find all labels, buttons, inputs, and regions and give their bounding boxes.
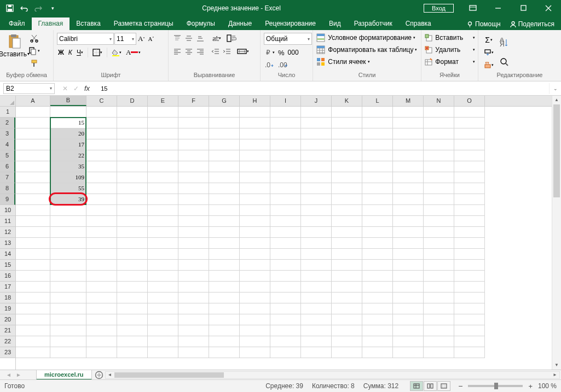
cell[interactable] bbox=[240, 303, 270, 314]
decrease-font-icon[interactable]: A˅ bbox=[147, 33, 155, 44]
cell[interactable] bbox=[16, 161, 50, 172]
cell[interactable] bbox=[209, 161, 240, 172]
cell[interactable] bbox=[240, 336, 270, 347]
cell[interactable] bbox=[117, 292, 148, 303]
cell[interactable] bbox=[301, 194, 332, 205]
row-header[interactable]: 3 bbox=[0, 128, 15, 139]
cell[interactable] bbox=[178, 325, 209, 336]
underline-button[interactable]: Ч▾ bbox=[76, 47, 84, 58]
tab-вставка[interactable]: Вставка bbox=[70, 17, 107, 30]
cell[interactable] bbox=[332, 118, 362, 128]
cell[interactable] bbox=[178, 227, 209, 238]
cell[interactable] bbox=[117, 314, 148, 325]
cell[interactable] bbox=[117, 161, 148, 172]
cell[interactable] bbox=[393, 194, 424, 205]
row-header[interactable]: 22 bbox=[0, 336, 15, 347]
row-header[interactable]: 1 bbox=[0, 107, 15, 118]
column-header[interactable]: F bbox=[178, 96, 209, 106]
cell[interactable] bbox=[240, 216, 270, 227]
cell[interactable] bbox=[117, 227, 148, 238]
cell[interactable] bbox=[332, 292, 362, 303]
cell[interactable] bbox=[209, 325, 240, 336]
row-header[interactable]: 15 bbox=[0, 260, 15, 271]
cell[interactable] bbox=[16, 271, 50, 282]
cell[interactable] bbox=[424, 292, 454, 303]
cell[interactable] bbox=[270, 238, 301, 249]
cell[interactable] bbox=[209, 292, 240, 303]
number-format-combo[interactable]: Общий▾ bbox=[264, 33, 312, 45]
cell[interactable] bbox=[454, 347, 485, 358]
font-name-combo[interactable]: Calibri▾ bbox=[57, 33, 114, 45]
cell[interactable] bbox=[209, 128, 240, 139]
zoom-in-icon[interactable]: + bbox=[526, 382, 535, 390]
column-header[interactable]: G bbox=[209, 96, 240, 106]
cell[interactable] bbox=[16, 292, 50, 303]
cell[interactable] bbox=[332, 216, 362, 227]
cell[interactable] bbox=[424, 150, 454, 161]
cell[interactable] bbox=[270, 249, 301, 260]
cell[interactable] bbox=[50, 303, 86, 314]
cell[interactable] bbox=[301, 227, 332, 238]
orientation-icon[interactable]: ab▾ bbox=[210, 33, 222, 44]
cell[interactable] bbox=[301, 347, 332, 358]
cell[interactable] bbox=[209, 347, 240, 358]
cell[interactable] bbox=[362, 118, 393, 128]
cell[interactable] bbox=[393, 161, 424, 172]
horizontal-scrollbar[interactable]: ◄ ► bbox=[105, 371, 560, 379]
cell[interactable] bbox=[454, 303, 485, 314]
cell[interactable]: 20 bbox=[50, 128, 86, 139]
cell[interactable] bbox=[16, 118, 50, 128]
cell[interactable] bbox=[270, 128, 301, 139]
cell[interactable] bbox=[86, 260, 117, 271]
cell[interactable] bbox=[178, 282, 209, 292]
increase-decimal-icon[interactable]: .0 bbox=[264, 60, 276, 71]
cell[interactable] bbox=[332, 172, 362, 183]
align-right-icon[interactable] bbox=[195, 46, 206, 57]
cell[interactable] bbox=[178, 336, 209, 347]
cell[interactable] bbox=[301, 216, 332, 227]
cell[interactable] bbox=[332, 282, 362, 292]
cell[interactable] bbox=[86, 118, 117, 128]
cell[interactable] bbox=[454, 271, 485, 282]
cell[interactable] bbox=[50, 336, 86, 347]
merge-center-icon[interactable]: ▾ bbox=[236, 46, 250, 57]
cell[interactable] bbox=[148, 118, 178, 128]
cell[interactable] bbox=[301, 183, 332, 194]
cell[interactable] bbox=[362, 205, 393, 216]
font-color-icon[interactable]: A▾ bbox=[125, 47, 142, 58]
cell[interactable] bbox=[454, 107, 485, 118]
cell[interactable] bbox=[332, 238, 362, 249]
cell[interactable] bbox=[86, 282, 117, 292]
cell[interactable] bbox=[209, 172, 240, 183]
cell[interactable] bbox=[362, 336, 393, 347]
cell[interactable] bbox=[16, 238, 50, 249]
cell[interactable] bbox=[178, 303, 209, 314]
cell[interactable] bbox=[362, 303, 393, 314]
undo-icon[interactable] bbox=[18, 2, 31, 14]
cell[interactable] bbox=[454, 183, 485, 194]
column-header[interactable]: D bbox=[117, 96, 148, 106]
cell[interactable] bbox=[240, 150, 270, 161]
cell[interactable] bbox=[424, 271, 454, 282]
cell[interactable] bbox=[16, 205, 50, 216]
cell[interactable] bbox=[117, 238, 148, 249]
cell[interactable] bbox=[424, 128, 454, 139]
cell[interactable] bbox=[393, 282, 424, 292]
cell[interactable] bbox=[16, 216, 50, 227]
cell[interactable] bbox=[148, 260, 178, 271]
paste-button[interactable]: Вставить▾ bbox=[2, 31, 26, 57]
cell[interactable] bbox=[209, 107, 240, 118]
cell[interactable] bbox=[86, 271, 117, 282]
cell[interactable] bbox=[50, 227, 86, 238]
zoom-level[interactable]: 100 % bbox=[535, 382, 557, 390]
cell[interactable] bbox=[270, 336, 301, 347]
cell[interactable] bbox=[424, 347, 454, 358]
cell[interactable] bbox=[240, 172, 270, 183]
cell[interactable] bbox=[148, 336, 178, 347]
cell[interactable] bbox=[393, 172, 424, 183]
cell[interactable] bbox=[117, 107, 148, 118]
cell[interactable] bbox=[270, 303, 301, 314]
cell[interactable] bbox=[270, 325, 301, 336]
cell[interactable] bbox=[148, 249, 178, 260]
cell[interactable] bbox=[50, 271, 86, 282]
